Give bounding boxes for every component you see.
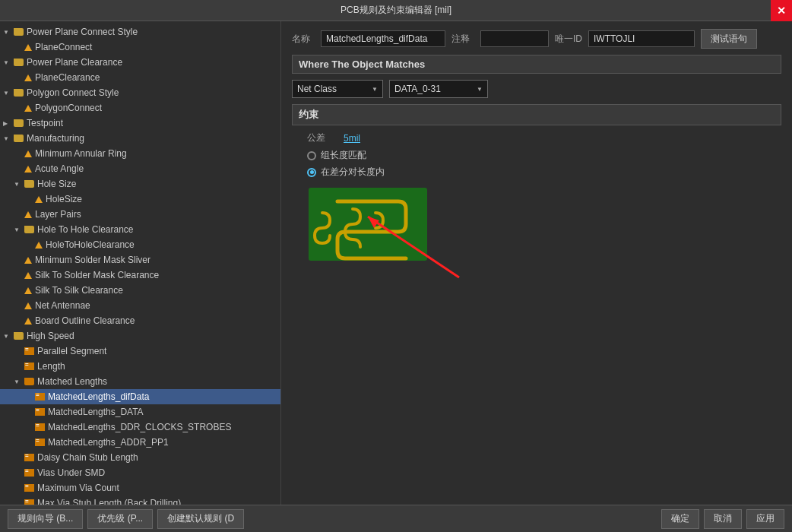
ok-button[interactable]: 确定 <box>661 509 699 529</box>
tree-icon-matched: = <box>35 408 45 416</box>
radio1-row[interactable]: 组长度匹配 <box>292 149 781 162</box>
name-input[interactable] <box>321 30 445 47</box>
tree-label: Length <box>37 361 65 372</box>
netclass-dropdown[interactable]: Net Class ▼ <box>292 80 383 98</box>
tree-arrow: ▼ <box>3 29 12 36</box>
tree-item-max-via-count[interactable]: =Maximum Via Count <box>0 480 280 496</box>
netclass-label: Net Class <box>297 84 337 94</box>
tree-item-testpoint[interactable]: ▶Testpoint <box>0 116 280 131</box>
tree-item-min-annular-ring[interactable]: Minimum Annular Ring <box>0 146 280 161</box>
tree-icon-rule <box>24 44 32 51</box>
tree-item-vias-under-smd[interactable]: =Vias Under SMD <box>0 465 280 480</box>
tree-label: PlaneConnect <box>35 42 92 52</box>
tree-item-polygon-connect[interactable]: PolygonConnect <box>0 100 280 116</box>
tree-arrow: ▼ <box>14 226 23 233</box>
tree-icon-folder <box>14 28 24 36</box>
tree-label: Board Outline Clearance <box>35 315 135 326</box>
tree-label: Hole Size <box>37 179 76 189</box>
tree-item-length[interactable]: =Length <box>0 359 280 374</box>
tree-label: Polygon Connect Style <box>27 87 119 98</box>
apply-button[interactable]: 应用 <box>746 509 784 529</box>
tree-item-silk-to-solder[interactable]: Silk To Solder Mask Clearance <box>0 268 280 283</box>
tree-icon-subrule <box>24 257 32 264</box>
tree-item-high-speed[interactable]: ▼High Speed <box>0 328 280 344</box>
tree-item-matched-lengths[interactable]: ▼Matched Lengths <box>0 374 280 389</box>
tree-item-matched-addr[interactable]: =MatchedLengths_ADDR_PP1 <box>0 435 280 450</box>
tree-icon-folder <box>14 89 24 97</box>
tree-label: Power Plane Connect Style <box>27 27 138 37</box>
tree-icon-folder <box>24 180 34 188</box>
test-button[interactable]: 测试语句 <box>701 29 757 49</box>
tree-icon-folder <box>14 119 24 127</box>
tree-item-acute-angle[interactable]: Acute Angle <box>0 161 280 176</box>
tree-item-matched-ddr[interactable]: =MatchedLengths_DDR_CLOCKS_STROBES <box>0 420 280 435</box>
tree-label: Matched Lengths <box>37 376 107 387</box>
main-container: ▼Power Plane Connect StylePlaneConnect▼P… <box>0 21 792 505</box>
tree-item-parallel-segment[interactable]: =Parallel Segment <box>0 344 280 359</box>
tree-label: Power Plane Clearance <box>27 57 122 68</box>
tree-label: Minimum Solder Mask Sliver <box>35 255 150 265</box>
radio2-btn[interactable] <box>307 168 316 177</box>
tree-item-plane-connect[interactable]: PlaneConnect <box>0 40 280 55</box>
comment-input[interactable] <box>480 30 549 47</box>
tree-item-board-outline[interactable]: Board Outline Clearance <box>0 313 280 328</box>
tree-icon-subrule2: = <box>24 469 34 477</box>
netclass-arrow: ▼ <box>372 86 378 93</box>
svg-marker-2 <box>368 217 379 228</box>
radio1-btn[interactable] <box>307 151 316 160</box>
tree-arrow: ▼ <box>3 59 12 66</box>
tolerance-value[interactable]: 5mil <box>344 133 360 144</box>
tree-item-hole-size[interactable]: ▼Hole Size <box>0 176 280 192</box>
tree-item-polygon-connect-style[interactable]: ▼Polygon Connect Style <box>0 85 280 100</box>
svg-line-1 <box>368 217 459 277</box>
netvalue-dropdown[interactable]: DATA_0-31 ▼ <box>389 80 488 98</box>
cancel-button[interactable]: 取消 <box>704 509 742 529</box>
tree-arrow: ▼ <box>3 90 12 97</box>
tree-icon-folder <box>24 226 34 233</box>
tree-item-matched-data[interactable]: =MatchedLengths_DATA <box>0 404 280 420</box>
wizard-button[interactable]: 规则向导 (B... <box>8 509 83 529</box>
tree-icon-matched: = <box>35 423 45 431</box>
tree-icon-subrule2: = <box>24 454 34 461</box>
tree-label: PlaneClearance <box>35 72 100 83</box>
tree-label: PolygonConnect <box>35 103 102 113</box>
tree-item-silk-to-silk[interactable]: Silk To Silk Clearance <box>0 283 280 298</box>
tree-label: Daisy Chain Stub Length <box>37 452 138 463</box>
tree-item-daisy-chain[interactable]: =Daisy Chain Stub Length <box>0 450 280 465</box>
default-rules-button[interactable]: 创建默认规则 (D <box>157 509 244 529</box>
tree-icon-subrule2: = <box>24 484 34 492</box>
tree-item-manufacturing[interactable]: ▼Manufacturing <box>0 131 280 146</box>
tree-item-hole-to-hole[interactable]: ▼Hole To Hole Clearance <box>0 222 280 237</box>
tree-label: Silk To Silk Clearance <box>35 285 123 296</box>
tree-item-holesize[interactable]: HoleSize <box>0 192 280 207</box>
where-match-header: Where The Object Matches <box>292 55 781 74</box>
priority-button[interactable]: 优先级 (P... <box>87 509 153 529</box>
where-match-row: Net Class ▼ DATA_0-31 ▼ <box>292 80 781 98</box>
tree-icon-subrule <box>24 302 32 309</box>
tree-icon-folder2 <box>24 378 34 385</box>
tree-label: MatchedLengths_ADDR_PP1 <box>48 437 169 448</box>
title-bar: PCB规则及约束编辑器 [mil] ✕ <box>0 0 792 21</box>
tree-label: MatchedLengths_DDR_CLOCKS_STROBES <box>48 422 231 432</box>
tree-item-power-plane-connect[interactable]: ▼Power Plane Connect Style <box>0 24 280 40</box>
tree-label: Acute Angle <box>35 163 84 174</box>
tree-item-min-solder-mask[interactable]: Minimum Solder Mask Sliver <box>0 252 280 268</box>
tree-item-matched-dif[interactable]: =MatchedLengths_difData <box>0 389 280 404</box>
radio2-row[interactable]: 在差分对长度内 <box>292 166 781 179</box>
tree-item-hole-to-hole-clearance[interactable]: HoleToHoleClearance <box>0 237 280 252</box>
tree-icon-subrule <box>24 318 32 325</box>
tree-item-net-antennae[interactable]: Net Antennae <box>0 298 280 313</box>
arrow-overlay <box>307 186 474 285</box>
tree-item-plane-clearance[interactable]: PlaneClearance <box>0 70 280 85</box>
netvalue-label: DATA_0-31 <box>394 84 441 94</box>
tree-item-power-plane-clearance[interactable]: ▼Power Plane Clearance <box>0 55 280 70</box>
close-button[interactable]: ✕ <box>771 0 792 21</box>
tree-icon-subrule <box>24 272 32 279</box>
tree-item-layer-pairs[interactable]: Layer Pairs <box>0 207 280 222</box>
tree-label: Maximum Via Count <box>37 483 119 493</box>
tree-icon-matched: = <box>35 439 45 446</box>
tolerance-label: 公差 <box>307 131 337 144</box>
tree-icon-subrule <box>24 166 32 173</box>
uniqueid-input[interactable] <box>588 30 695 47</box>
tree-item-max-via-stub[interactable]: =Max Via Stub Length (Back Drilling) <box>0 496 280 505</box>
